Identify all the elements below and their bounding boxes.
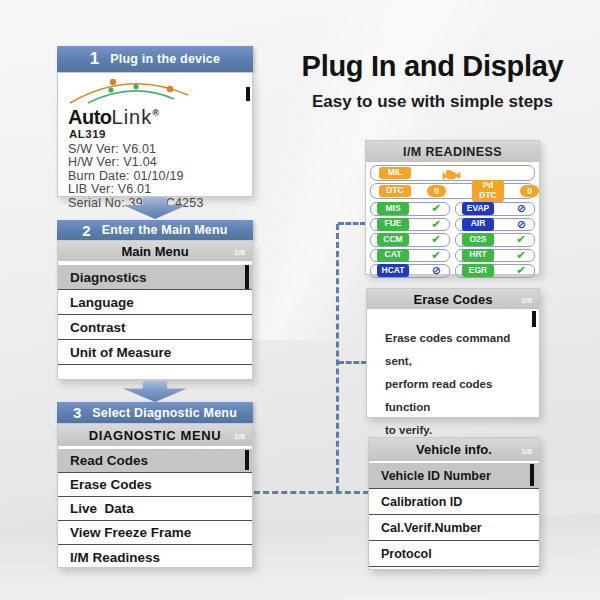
dtc-badge: DTC — [379, 185, 411, 198]
list-item-vehicle-id-number[interactable]: Vehicle ID Number — [369, 463, 539, 489]
scrollbar-thumb[interactable] — [530, 464, 534, 486]
registered-mark: ® — [152, 108, 159, 118]
im-readiness-title: I/M READINESS — [366, 141, 539, 162]
scrollbar-thumb[interactable] — [245, 450, 249, 470]
scrollbar-thumb[interactable] — [246, 87, 250, 101]
step2-label: Enter the Main Menu — [102, 223, 228, 237]
page-indicator: 1/8 — [234, 248, 245, 257]
main-menu-screen: Main Menu 1/8 Diagnostics Language Contr… — [57, 240, 253, 380]
step3-number: 3 — [73, 404, 81, 421]
menu-item-diagnostics[interactable]: Diagnostics — [58, 265, 252, 290]
pd-dtc-badge: Pd DTC — [472, 180, 504, 203]
connector-to-im-readiness — [338, 222, 366, 225]
monitor-row: FUE ✔ — [370, 218, 450, 232]
erase-codes-screen: Erase Codes 1/8 Erase codes command sent… — [366, 288, 540, 418]
diagnostic-menu-screen: DIAGNOSTIC MENU 1/8 Read Codes Erase Cod… — [57, 423, 253, 568]
im-readiness-screen: I/M READINESS MIL DTC 0 Pd DTC 0 MIS ✔ — [365, 140, 540, 275]
monitor-row: CCM ✔ — [370, 233, 450, 247]
brand-wordmark: AutoLink® — [68, 103, 242, 127]
monitor-status-icon: ⊘ — [517, 203, 526, 214]
monitor-badge: HRT — [462, 249, 494, 262]
monitor-badge: EGR — [462, 264, 494, 277]
monitor-badge: FUE — [377, 218, 409, 231]
monitor-status-icon: ✔ — [431, 250, 441, 262]
page-canvas: 1 Plug in the device AutoLink® AL319 S/W… — [0, 0, 600, 600]
menu-item-read-codes[interactable]: Read Codes — [58, 449, 252, 473]
mil-badge: MIL — [379, 167, 411, 180]
monitor-grid: MIS ✔ EVAP ⊘ FUE ✔ AIR ⊘ CCM ✔ — [370, 202, 535, 278]
monitor-status-icon: ⊘ — [432, 265, 441, 276]
monitor-badge: O2S — [462, 233, 494, 246]
vehicle-info-title: Vehicle info. — [416, 442, 492, 457]
erase-codes-message: Erase codes command sent, perform read c… — [367, 309, 539, 442]
menu-item-im-readiness[interactable]: I/M Readiness — [58, 545, 252, 569]
main-menu-title: Main Menu — [121, 244, 188, 259]
erase-codes-title: Erase Codes — [414, 292, 493, 307]
diagnostic-menu-list: Read Codes Erase Codes Live Data View Fr… — [58, 446, 252, 569]
connector-vertical-line — [336, 224, 339, 492]
monitor-status-icon: ⊘ — [517, 219, 526, 230]
monitor-badge: MIS — [377, 202, 409, 215]
monitor-row: MIS ✔ — [370, 202, 450, 216]
pd-dtc-count: 0 — [520, 185, 539, 197]
menu-item-erase-codes[interactable]: Erase Codes — [58, 473, 252, 497]
step3-header: 3 Select Diagnostic Menu — [57, 402, 253, 423]
page-indicator: 1/8 — [234, 432, 245, 441]
monitor-status-icon: ✔ — [516, 265, 526, 277]
diagnostic-menu-titlebar: DIAGNOSTIC MENU 1/8 — [58, 424, 252, 446]
monitor-badge: CCM — [377, 233, 409, 246]
main-menu-titlebar: Main Menu 1/8 — [58, 241, 252, 261]
dtc-row: DTC 0 Pd DTC 0 — [370, 183, 535, 199]
menu-item-live-data[interactable]: Live Data — [58, 497, 252, 521]
diagnostic-menu-title: DIAGNOSTIC MENU — [89, 428, 222, 443]
mil-row: MIL — [370, 165, 535, 181]
menu-item-unit-of-measure[interactable]: Unit of Measure — [58, 340, 252, 365]
monitor-row: HCAT ⊘ — [370, 264, 450, 278]
title-block: Plug In and Display Easy to use with sim… — [285, 50, 580, 112]
scrollbar-thumb[interactable] — [532, 311, 536, 327]
monitor-badge: AIR — [462, 218, 494, 231]
monitor-row: O2S ✔ — [455, 233, 535, 247]
list-item-cal-verif-number[interactable]: Cal.Verif.Number — [369, 515, 539, 541]
step1-label: Plug in the device — [110, 52, 220, 66]
page-subtitle: Easy to use with simple steps — [285, 92, 580, 112]
menu-item-contrast[interactable]: Contrast — [58, 315, 252, 340]
monitor-row: HRT ✔ — [455, 249, 535, 263]
brand-link-text: Link — [112, 106, 153, 128]
check-engine-icon — [441, 167, 461, 180]
step1-header: 1 Plug in the device — [57, 46, 253, 72]
monitor-badge: CAT — [377, 249, 409, 262]
list-item-protocol[interactable]: Protocol — [369, 541, 539, 567]
autolink-logo-arcs-icon — [66, 75, 196, 105]
monitor-row: EVAP ⊘ — [455, 202, 535, 216]
vehicle-info-list: Vehicle ID Number Calibration ID Cal.Ver… — [369, 461, 539, 567]
dtc-count: 0 — [427, 185, 446, 197]
erase-codes-line: Erase codes command sent, — [385, 327, 539, 373]
menu-item-view-freeze-frame[interactable]: View Freeze Frame — [58, 521, 252, 545]
brand-auto-text: Auto — [68, 106, 112, 128]
monitor-badge: HCAT — [377, 264, 409, 277]
device-info-line: H/W Ver: V1.04 — [68, 156, 242, 170]
monitor-row: AIR ⊘ — [455, 218, 535, 232]
monitor-row: EGR ✔ — [455, 264, 535, 278]
monitor-status-icon: ✔ — [431, 234, 441, 246]
device-model: AL319 — [69, 128, 242, 140]
erase-codes-line: perform read codes function — [385, 373, 539, 419]
down-arrow-icon — [123, 381, 187, 402]
scrollbar-thumb[interactable] — [245, 265, 249, 289]
connector-to-erase-codes — [338, 361, 367, 364]
monitor-status-icon: ✔ — [431, 219, 441, 231]
list-item-calibration-id[interactable]: Calibration ID — [369, 489, 539, 515]
vehicle-info-screen: Vehicle info. 1/8 Vehicle ID Number Cali… — [368, 437, 540, 570]
device-info-screen: AutoLink® AL319 S/W Ver: V6.01 H/W Ver: … — [57, 72, 253, 197]
monitor-row: CAT ✔ — [370, 249, 450, 263]
step2-number: 2 — [82, 222, 90, 239]
step1-number: 1 — [90, 49, 99, 69]
erase-codes-titlebar: Erase Codes 1/8 — [367, 289, 539, 309]
device-info-body: AutoLink® AL319 S/W Ver: V6.01 H/W Ver: … — [58, 73, 252, 196]
connector-to-vehicle-info — [254, 491, 369, 494]
menu-item-language[interactable]: Language — [58, 290, 252, 315]
monitor-badge: EVAP — [462, 202, 494, 215]
device-info-line: Burn Date: 01/10/19 — [68, 170, 242, 184]
im-readiness-body: MIL DTC 0 Pd DTC 0 MIS ✔ EVAP — [366, 162, 539, 282]
